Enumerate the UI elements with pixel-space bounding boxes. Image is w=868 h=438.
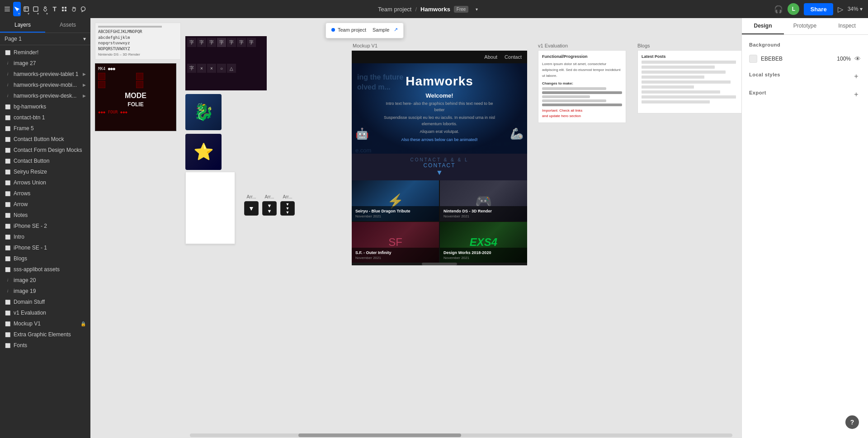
svg-rect-8 [62,7,64,9]
eval-line-4 [542,99,606,102]
page-selector[interactable]: Page 1 ▾ [0,33,90,45]
layer-hamworks-desktop[interactable]: i hamworks-preview-desk... ▶ [0,90,90,101]
image-icon: i [5,93,11,99]
layer-mockup-v1[interactable]: ⬜ Mockup V1 🔒 [0,318,90,329]
component-tool-button[interactable] [60,2,68,16]
layers-list: ⬜ Reminder! i image 27 i hamworks-previe… [0,45,90,438]
bg-color-swatch[interactable] [749,55,757,63]
layer-image20[interactable]: i image 20 [0,275,90,286]
layer-reminder[interactable]: ⬜ Reminder! [0,47,90,58]
robot-left-char: 🤖 [355,127,369,140]
layer-sss-applibot[interactable]: ⬜ sss-applibot assets [0,264,90,275]
portfolio-grid: ⚡ Seiryu - Blue Dragon Tribute November … [352,180,527,263]
arrow-variant-3: Arr... ▼▼▼ [280,194,295,216]
frame-tool-button[interactable]: ▾ [23,2,30,16]
portfolio-item-2[interactable]: 🎮 Nintendo DS - 3D Render November 2021 [440,180,527,221]
add-export-button[interactable]: + [852,90,861,99]
select-tool-button[interactable]: ▾ [13,2,21,16]
frame-icon: ⬜ [5,342,11,349]
popup-row: Team project Sample ↗ [331,27,398,33]
layer-arrows[interactable]: ⬜ Arrows [0,188,90,199]
prototype-tab[interactable]: Prototype [784,18,826,34]
comment-tool-button[interactable] [79,2,87,16]
title-dropdown-button[interactable]: ▾ [472,2,481,16]
layer-seiryu-resize[interactable]: ⬜ Seiryu Resize [0,166,90,177]
nav-contact[interactable]: Contact [505,54,522,60]
user-avatar[interactable]: L [788,3,799,15]
share-button[interactable]: Share [804,3,833,15]
portfolio-item-4[interactable]: EXS4 Design Works 2018-2020 November 202… [440,222,527,263]
local-styles-header: Local styles + [749,72,861,81]
headphone-icon[interactable]: 🎧 [774,5,783,14]
layer-iphone-se2[interactable]: ⬜ iPhone SE - 2 [0,221,90,231]
background-label: Background [749,42,780,47]
bg-text-1: ing the futureolved m... [357,72,403,93]
frame-icon: ⬜ [5,320,11,327]
frame-icon: ⬜ [5,158,11,164]
layer-hamworks-mobile[interactable]: i hamworks-preview-mobi... ▶ [0,80,90,90]
portfolio-item-3[interactable]: SF S.F. - Outer Infinity November 2021 [352,222,439,263]
svg-rect-1 [5,9,10,9]
popup-link[interactable]: ↗ [394,27,398,33]
arrow-2-button[interactable]: ▼▼ [262,201,277,216]
local-styles-label: Local styles [749,72,780,77]
mockup-hero: ing the futureolved m... lous e.com 🤖 🦾 … [352,63,527,154]
layer-hamworks-tablet[interactable]: i hamworks-preview-tablet 1 ▶ [0,69,90,80]
hand-tool-button[interactable] [70,2,77,16]
arrow-3-symbol: ▼▼▼ [286,203,290,215]
layer-contact-btn[interactable]: ⬜ contact-btn 1 [0,112,90,123]
frame-icon: ⬜ [5,104,11,110]
arrow-1-button[interactable]: ▼ [244,201,259,216]
layer-image27[interactable]: i image 27 [0,58,90,69]
layer-notes[interactable]: ⬜ Notes [0,210,90,221]
canvas-scrollbar-x[interactable] [190,433,732,437]
layer-bg-hamworks[interactable]: ⬜ bg-hamworks [0,101,90,112]
layer-contact-button[interactable]: ⬜ Contact Button [0,155,90,166]
portfolio-item-1[interactable]: ⚡ Seiryu - Blue Dragon Tribute November … [352,180,439,221]
scroll-arrow: ▼ [357,169,522,177]
nav-about[interactable]: About [484,54,497,60]
inspect-tab[interactable]: Inspect [826,18,868,34]
visibility-toggle[interactable]: 👁 [854,55,861,62]
text-tool-button[interactable]: T [51,2,58,16]
bg-text-3: e.com [355,147,371,154]
shape-tool-button[interactable]: ▾ [32,2,40,16]
thumb-text-content: ABCDEFGHIJKLMNOPQR abcdefghijklm nopqrst… [98,29,178,52]
arrow-3-button[interactable]: ▼▼▼ [280,201,295,216]
layer-iphone-se1[interactable]: ⬜ iPhone SE - 1 [0,242,90,253]
canvas-inner: Team project Sample ↗ ABCDEFGHIJKLMNOPQR… [90,18,741,438]
menu-button[interactable] [4,2,11,16]
topbar: ▾ ▾ ▾ ▾ T [0,0,868,18]
mockup-nav: About Contact [352,51,527,63]
design-tab[interactable]: Design [742,18,784,34]
layer-image19[interactable]: i image 19 [0,286,90,297]
svg-rect-10 [62,9,64,11]
layer-extra-graphics[interactable]: ⬜ Extra Graphic Elements [0,329,90,340]
layer-blogs[interactable]: ⬜ Blogs [0,253,90,264]
layer-contact-form[interactable]: ⬜ Contact Form Design Mocks [0,145,90,155]
play-button[interactable]: ▷ [838,5,843,14]
scrollbar-thumb-x[interactable] [298,433,461,437]
image-icon: i [5,82,11,88]
layer-intro[interactable]: ⬜ Intro [0,231,90,242]
pen-tool-button[interactable]: ▾ [42,2,49,16]
layer-arrow[interactable]: ⬜ Arrow [0,199,90,210]
layer-v1-evaluation[interactable]: ⬜ v1 Evaluation [0,307,90,318]
help-button[interactable]: ? [845,415,859,429]
blog-line-6 [642,85,694,89]
layer-fonts[interactable]: ⬜ Fonts [0,340,90,351]
layer-frame5[interactable]: ⬜ Frame 5 [0,123,90,134]
svg-rect-11 [65,9,66,11]
welcome-text: Welcome! [425,92,453,99]
layer-domain-stuff[interactable]: ⬜ Domain Stuff [0,297,90,307]
hero-title: Hamworks [406,74,473,89]
assets-tab[interactable]: Assets [45,18,90,33]
zoom-control[interactable]: 34% ▾ [848,6,863,12]
add-local-style-button[interactable]: + [852,72,861,81]
eval-line-1 [542,87,606,90]
frame-icon: ⬜ [5,136,11,142]
layers-tab[interactable]: Layers [0,18,45,33]
mockup-scrollbar[interactable] [352,263,527,265]
layer-contact-button-mock[interactable]: ⬜ Contact Button Mock [0,134,90,145]
layer-arrows-union[interactable]: ⬜ Arrows Union [0,177,90,188]
